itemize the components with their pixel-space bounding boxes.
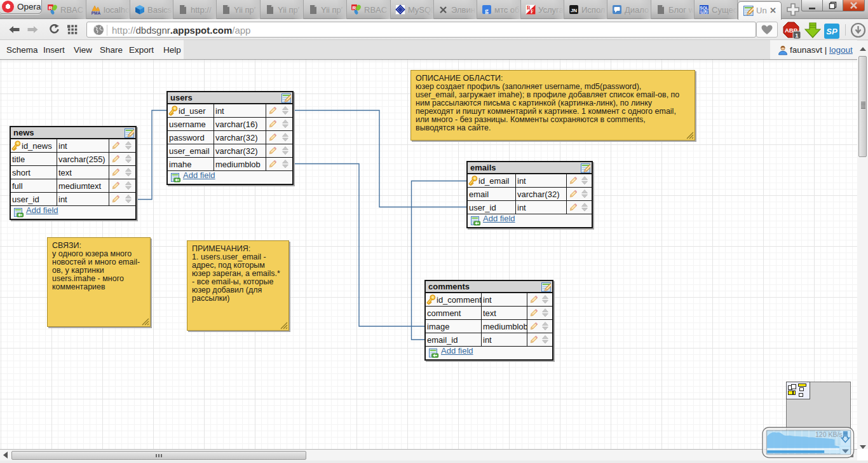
svg-text:1: 1 [795, 32, 799, 39]
svg-text:SP: SP [826, 27, 837, 36]
